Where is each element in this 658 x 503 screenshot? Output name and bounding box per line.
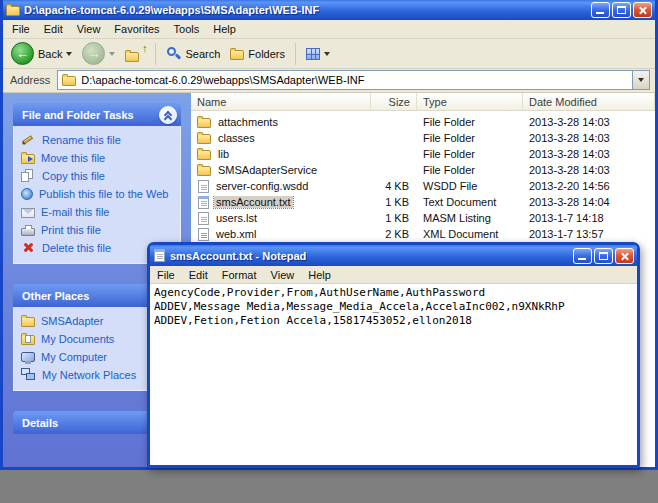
address-value[interactable]: D:\apache-tomcat-6.0.29\webapps\SMSAdapt… <box>81 74 627 86</box>
delete-icon <box>21 241 36 254</box>
column-header-name[interactable]: Name <box>191 93 371 110</box>
up-button[interactable]: ↑ <box>122 44 148 64</box>
toolbar-separator <box>295 43 296 65</box>
search-button[interactable]: Search <box>163 44 223 63</box>
up-folder-icon <box>125 52 139 62</box>
file-row[interactable]: attachments File Folder 2013-3-28 14:03 <box>191 114 655 130</box>
file-row[interactable]: users.lst 1 KB MASM Listing 2013-1-7 14:… <box>191 210 655 226</box>
close-button[interactable] <box>615 248 634 264</box>
menu-item[interactable]: File <box>150 267 182 283</box>
task-item[interactable]: E-mail this file <box>21 204 178 219</box>
file-row[interactable]: SMSAdapterService File Folder 2013-3-28 … <box>191 162 655 178</box>
my-computer-icon <box>21 352 35 362</box>
forward-dropdown-icon <box>109 52 115 56</box>
menu-item[interactable]: Format <box>215 267 264 283</box>
menu-item[interactable]: Help <box>301 267 338 283</box>
file-type-cell: XML Document <box>417 228 523 240</box>
menu-item[interactable]: Tools <box>167 21 207 37</box>
file-name-cell: SMSAdapterService <box>191 164 371 176</box>
file-name[interactable]: web.xml <box>214 228 258 240</box>
file-name[interactable]: SMSAdapterService <box>216 164 319 176</box>
panel-title: Details <box>22 417 58 429</box>
file-row[interactable]: web.xml 2 KB XML Document 2013-1-7 13:57 <box>191 226 655 242</box>
file-name[interactable]: server-config.wsdd <box>214 180 310 192</box>
folders-button[interactable]: Folders <box>227 46 288 62</box>
column-header-date[interactable]: Date Modified <box>523 93 655 110</box>
notepad-title: smsAccount.txt - Notepad <box>170 250 568 262</box>
lst-icon <box>198 212 209 225</box>
task-item[interactable]: Move this file <box>21 150 178 165</box>
forward-button[interactable]: → <box>79 40 118 67</box>
task-item-label: Publish this file to the Web <box>39 188 168 200</box>
back-button[interactable]: ← Back <box>8 40 75 67</box>
folders-icon <box>230 50 244 60</box>
menu-item[interactable]: View <box>70 21 108 37</box>
task-item-label: My Documents <box>41 333 114 345</box>
file-name[interactable]: classes <box>216 132 257 144</box>
move-icon <box>21 154 35 164</box>
file-type-cell: File Folder <box>417 132 523 144</box>
task-item[interactable]: Print this file <box>21 222 178 237</box>
file-name-cell: users.lst <box>191 212 371 225</box>
file-row[interactable]: lib File Folder 2013-3-28 14:03 <box>191 146 655 162</box>
views-button[interactable] <box>303 46 333 62</box>
file-row[interactable]: server-config.wsdd 4 KB WSDD File 2013-2… <box>191 178 655 194</box>
xml-icon <box>198 228 209 241</box>
collapse-chevron-icon[interactable] <box>159 106 177 124</box>
notepad-icon <box>154 249 165 262</box>
task-item[interactable]: Rename this file <box>21 132 178 147</box>
address-input[interactable]: D:\apache-tomcat-6.0.29\webapps\SMSAdapt… <box>57 70 650 90</box>
notepad-titlebar[interactable]: smsAccount.txt - Notepad <box>150 245 637 266</box>
menu-item[interactable]: View <box>264 267 302 283</box>
column-header-size[interactable]: Size <box>371 93 417 110</box>
file-row[interactable]: smsAccount.txt 1 KB Text Document 2013-3… <box>191 194 655 210</box>
file-name[interactable]: lib <box>216 148 231 160</box>
print-icon <box>21 228 35 236</box>
notepad-window: smsAccount.txt - Notepad FileEditFormatV… <box>147 242 640 468</box>
menu-item[interactable]: Help <box>206 21 243 37</box>
file-type-cell: MASM Listing <box>417 212 523 224</box>
panel-title: File and Folder Tasks <box>22 109 134 121</box>
menu-item[interactable]: Favorites <box>107 21 166 37</box>
file-folder-tasks-header[interactable]: File and Folder Tasks <box>13 103 181 126</box>
close-button[interactable] <box>633 2 652 18</box>
file-type-cell: File Folder <box>417 164 523 176</box>
menu-item[interactable]: Edit <box>37 21 70 37</box>
file-name[interactable]: attachments <box>216 116 280 128</box>
maximize-button[interactable] <box>594 248 613 264</box>
address-dropdown-button[interactable] <box>632 71 649 89</box>
file-date-cell: 2013-2-20 14:56 <box>523 180 655 192</box>
file-type-cell: File Folder <box>417 116 523 128</box>
file-date-cell: 2013-1-7 13:57 <box>523 228 655 240</box>
explorer-titlebar[interactable]: D:\apache-tomcat-6.0.29\webapps\SMSAdapt… <box>3 0 655 20</box>
menu-item[interactable]: File <box>5 21 37 37</box>
file-name[interactable]: smsAccount.txt <box>214 196 293 208</box>
my-documents-icon <box>21 335 35 345</box>
file-size-cell: 1 KB <box>371 196 417 208</box>
file-date-cell: 2013-3-28 14:03 <box>523 164 655 176</box>
notepad-text[interactable]: AgencyCode,Provider,From,AuthUserName,Au… <box>154 286 633 328</box>
toolbar-separator <box>155 43 156 65</box>
notepad-menubar: FileEditFormatViewHelp <box>150 266 637 284</box>
task-item-label: Copy this file <box>42 170 105 182</box>
notepad-edit-area[interactable]: AgencyCode,Provider,From,AuthUserName,Au… <box>150 284 637 465</box>
menu-item[interactable]: Edit <box>182 267 215 283</box>
task-item[interactable]: Copy this file <box>21 168 178 183</box>
file-date-cell: 2013-1-7 14:18 <box>523 212 655 224</box>
forward-arrow-icon: → <box>82 42 105 65</box>
folder-icon <box>197 166 211 176</box>
column-header-type[interactable]: Type <box>417 93 523 110</box>
minimize-button[interactable] <box>573 248 592 264</box>
minimize-button[interactable] <box>591 2 610 18</box>
rename-icon <box>21 133 36 146</box>
file-row[interactable]: classes File Folder 2013-3-28 14:03 <box>191 130 655 146</box>
maximize-button[interactable] <box>612 2 631 18</box>
task-item[interactable]: Publish this file to the Web <box>21 186 178 201</box>
back-dropdown-icon[interactable] <box>66 52 72 56</box>
file-rows: attachments File Folder 2013-3-28 14:03 … <box>191 111 655 242</box>
folder-icon <box>197 134 211 144</box>
views-dropdown-icon <box>324 52 330 56</box>
file-name[interactable]: users.lst <box>214 212 259 224</box>
up-arrow-icon: ↑ <box>142 42 148 54</box>
task-item-label: My Computer <box>41 351 107 363</box>
